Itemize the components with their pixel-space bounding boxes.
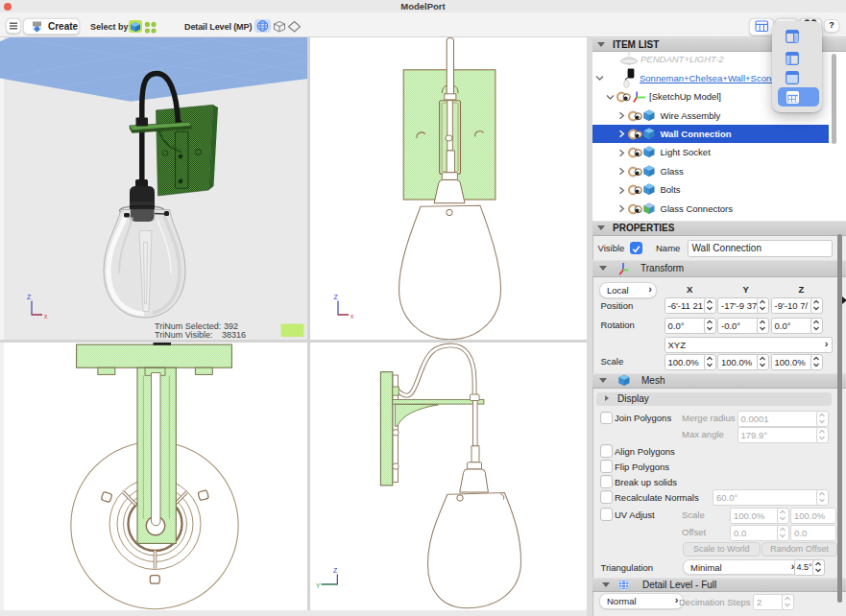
svg-text:38316: 38316 [222, 330, 246, 340]
svg-text:Z: Z [333, 567, 338, 574]
svg-text:392: 392 [224, 320, 238, 330]
svg-text:Z: Z [27, 294, 32, 300]
svg-text:TriNum Selected:: TriNum Selected: [155, 320, 221, 330]
svg-text:Z: Z [333, 294, 338, 300]
svg-text:Y: Y [316, 581, 321, 588]
svg-text:TriNum Visible:: TriNum Visible: [155, 330, 213, 340]
